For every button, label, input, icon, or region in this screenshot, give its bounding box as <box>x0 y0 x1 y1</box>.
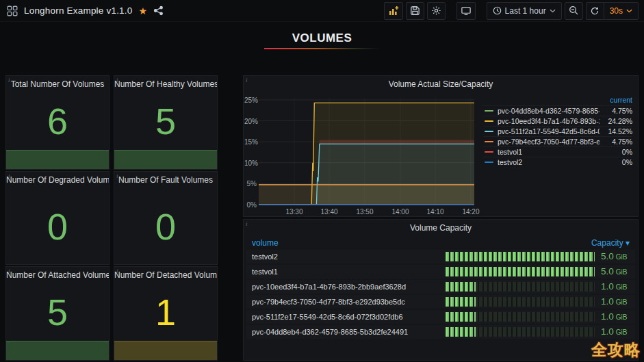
stat-panel: i Number Of Fault Volumes 0 <box>114 171 218 265</box>
stat-panel: i Number Of Attached Volumes 5 <box>5 266 110 361</box>
watermark-text: 全攻略 <box>591 339 641 361</box>
panel-info-icon[interactable]: i <box>8 268 10 274</box>
zoom-out-icon <box>569 5 579 16</box>
capacity-gauge-track <box>446 252 595 261</box>
legend-series-color <box>485 131 493 132</box>
stat-panel: i Number Of Healthy Volumes 5 <box>114 75 218 170</box>
capacity-unit: GiB <box>616 298 628 306</box>
x-tick-label: 14:00 <box>389 208 412 216</box>
volume-name-cell: pvc-10eed3f4-b7a1-4b76-893b-2bb9aef3628d <box>252 280 406 294</box>
volume-name-cell: pvc-04dd8eb4-d362-4579-8685-5b3d2fe24491 <box>252 325 408 339</box>
stat-panel-title[interactable]: Number Of Degraded Volumes... <box>6 172 109 188</box>
y-tick-label: 25% <box>244 96 257 104</box>
legend-series-name[interactable]: pvc-511f2a17-5549-42d5-8c6d-072f3d02fdb6 <box>498 127 600 135</box>
legend-row: testvol10% <box>483 146 632 157</box>
table-header: volume Capacity ▾ <box>244 237 638 248</box>
apps-grid-icon[interactable] <box>7 5 18 16</box>
stat-panel-title[interactable]: Number Of Attached Volumes <box>6 267 109 283</box>
column-header-capacity[interactable]: Capacity ▾ <box>591 237 630 248</box>
stat-panel-title[interactable]: Number Of Detached Volumes... <box>114 267 217 283</box>
top-nav: Longhorn Example v1.1.0 ★ Last <box>0 0 644 22</box>
legend-series-name[interactable]: pvc-04dd8eb4-d362-4579-8685-5b3d2fe24491 <box>498 107 600 115</box>
refresh-interval-dropdown[interactable]: 30s <box>604 2 639 20</box>
capacity-value-cell: 1.0GiB <box>601 280 627 294</box>
legend-row: pvc-79b4ecf3-7050-4d77-8bf3-e292d93be5dc… <box>483 136 632 146</box>
capacity-unit: GiB <box>616 283 628 291</box>
refresh-button[interactable] <box>586 2 604 20</box>
legend-row: testvol20% <box>483 157 632 167</box>
table-panel-title[interactable]: Volume Capacity <box>244 220 638 236</box>
dashboard-settings-button[interactable] <box>427 2 446 20</box>
favorite-star-icon[interactable]: ★ <box>138 6 147 16</box>
zoom-out-time-button[interactable] <box>565 2 583 20</box>
section-underline <box>264 48 381 49</box>
stat-panel: i Number Of Degraded Volumes... 0 <box>5 171 110 265</box>
capacity-gauge-fill <box>446 327 476 337</box>
legend-series-color <box>485 161 493 163</box>
stat-panel-title[interactable]: Number Of Healthy Volumes <box>114 76 217 92</box>
dashboard-title[interactable]: Longhorn Example v1.1.0 <box>24 5 132 16</box>
add-panel-icon <box>388 5 399 16</box>
save-dashboard-button[interactable] <box>406 2 424 20</box>
table-row: pvc-79b4ecf3-7050-4d77-8bf3-e292d93be5dc… <box>246 295 635 309</box>
capacity-unit: GiB <box>616 268 628 276</box>
panel-info-icon[interactable]: i <box>8 77 10 83</box>
capacity-gauge-track <box>446 297 595 307</box>
panel-info-icon[interactable]: i <box>116 77 118 83</box>
capacity-gauge-fill <box>446 252 595 261</box>
graph-panel-title[interactable]: Volume Actual Size/Capacity <box>244 76 638 92</box>
legend-series-name[interactable]: testvol2 <box>498 158 600 166</box>
stat-sparkline-bar <box>6 150 109 169</box>
legend-series-current: 0% <box>600 148 632 156</box>
legend-current-header[interactable]: current <box>483 95 632 105</box>
share-icon[interactable] <box>153 5 164 16</box>
refresh-interval-label: 30s <box>610 6 623 16</box>
graph-plot-area: 0%5%10%15%20%25% 13:3013:4013:5014:0014:… <box>259 95 474 205</box>
table-row: testvol15.0GiB <box>246 265 635 279</box>
clock-icon <box>493 6 502 15</box>
panel-info-icon[interactable]: i <box>8 172 10 179</box>
panel-info-icon[interactable]: i <box>246 220 248 227</box>
stat-value: 0 <box>47 208 68 245</box>
capacity-gauge-track <box>446 312 595 322</box>
panel-info-icon[interactable]: i <box>246 77 248 83</box>
stat-panel-title[interactable]: Number Of Fault Volumes <box>114 172 217 188</box>
x-tick-label: 13:30 <box>283 208 306 216</box>
y-tick-label: 20% <box>244 118 257 125</box>
capacity-gauge-track <box>446 282 595 292</box>
legend-series-name[interactable]: testvol1 <box>498 148 600 156</box>
y-tick-label: 5% <box>244 180 257 188</box>
capacity-gauge-fill <box>446 282 476 292</box>
section-header: VOLUMES <box>0 31 644 49</box>
column-header-volume[interactable]: volume <box>252 237 279 248</box>
y-tick-label: 0% <box>244 201 257 209</box>
legend-series-name[interactable]: pvc-79b4ecf3-7050-4d77-8bf3-e292d93be5dc <box>498 138 600 146</box>
stat-panel-title[interactable]: Total Number Of Volumes <box>6 76 109 92</box>
dashboard-screen: Longhorn Example v1.1.0 ★ Last <box>0 0 644 362</box>
capacity-unit: GiB <box>616 328 628 336</box>
time-range-label: Last 1 hour <box>505 6 546 16</box>
legend-row: pvc-10eed3f4-b7a1-4b76-893b-2bb9aef3628d… <box>483 116 632 126</box>
capacity-value-cell: 1.0GiB <box>601 295 627 309</box>
capacity-gauge-fill <box>446 267 595 276</box>
volume-name-cell: pvc-511f2e17-5549-42d5-8c6d-072f3d02fdb6 <box>252 310 403 324</box>
panel-info-icon[interactable]: i <box>116 172 118 179</box>
capacity-value-cell: 5.0GiB <box>601 250 627 264</box>
x-tick-label: 14:10 <box>424 208 447 216</box>
legend-series-color <box>485 110 493 112</box>
legend-row: pvc-511f2a17-5549-42d5-8c6d-072f3d02fdb6… <box>483 126 632 136</box>
stat-panel: i Number Of Detached Volumes... 1 <box>114 266 218 361</box>
panel-info-icon[interactable]: i <box>116 268 118 274</box>
gear-icon <box>431 5 441 16</box>
time-range-picker[interactable]: Last 1 hour <box>487 2 562 20</box>
legend-series-name[interactable]: pvc-10eed3f4-b7a1-4b76-893b-2bb9aef3628d <box>498 117 600 125</box>
graph-legend: current pvc-04dd8eb4-d362-4579-8685-5b3d… <box>483 95 632 167</box>
add-panel-button[interactable] <box>384 2 403 20</box>
cycle-view-button[interactable] <box>456 2 476 20</box>
graph-canvas <box>259 95 474 205</box>
table-row: testvol25.0GiB <box>246 250 635 263</box>
capacity-gauge-track <box>446 327 595 337</box>
graph-panel: i Volume Actual Size/Capacity 0%5%10%15%… <box>243 75 639 217</box>
capacity-value-cell: 1.0GiB <box>601 310 627 324</box>
legend-row: pvc-04dd8eb4-d362-4579-8685-5b3d2fe24491… <box>483 105 632 116</box>
